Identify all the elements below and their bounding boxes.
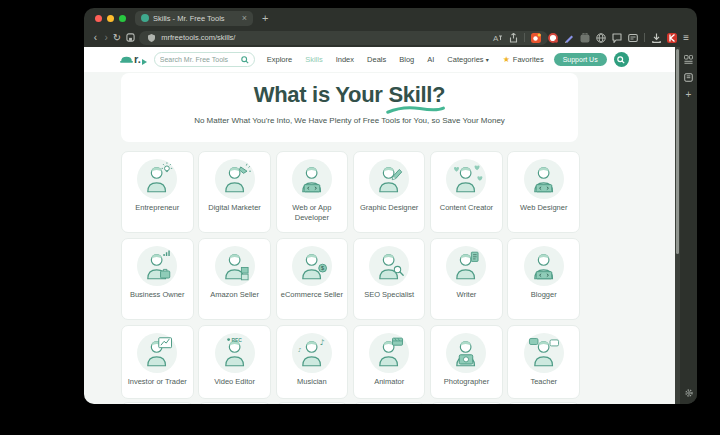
skill-card-partial[interactable] xyxy=(198,402,271,404)
skill-card-partial[interactable] xyxy=(121,402,194,404)
skill-card-label: Web Designer xyxy=(517,203,570,213)
skill-card-animator[interactable]: Animator xyxy=(353,325,426,399)
skill-card-investor-or-trader[interactable]: Investor or Trader xyxy=(121,325,194,399)
svg-text:A: A xyxy=(493,34,499,43)
tab-groups-icon[interactable] xyxy=(684,54,694,64)
red-k-extension-icon[interactable] xyxy=(667,33,677,43)
skill-card-label: Web or App Developer xyxy=(277,203,348,223)
pinned-extensions xyxy=(548,33,638,43)
entrepreneur-icon xyxy=(137,159,177,199)
web-or-app-developer-icon xyxy=(292,159,332,199)
skill-card-business-owner[interactable]: Business Owner xyxy=(121,238,194,320)
skill-card-label: Musician xyxy=(294,377,330,387)
extension-pen-icon[interactable] xyxy=(564,33,574,43)
navbar-search-button[interactable] xyxy=(614,52,629,67)
seo-specialist-icon xyxy=(369,246,409,286)
bookmark-icon[interactable] xyxy=(125,33,135,43)
skill-card-graphic-designer[interactable]: Graphic Designer xyxy=(353,151,426,233)
nav-link-blog[interactable]: Blog xyxy=(399,55,414,64)
teacher-icon xyxy=(524,333,564,373)
reload-icon[interactable]: ↻ xyxy=(112,32,123,43)
support-us-button[interactable]: Support Us xyxy=(554,53,607,66)
skill-card-seo-specialist[interactable]: SEO Specialist xyxy=(353,238,426,320)
zoom-window-button[interactable] xyxy=(119,15,126,22)
skill-card-label: Blogger xyxy=(528,290,560,300)
skill-card-video-editor[interactable]: RECVideo Editor xyxy=(198,325,271,399)
search-input[interactable] xyxy=(160,56,241,63)
skill-card-entrepreneur[interactable]: Entrepreneur xyxy=(121,151,194,233)
skill-card-ecommerce-seller[interactable]: $eCommerce Seller xyxy=(276,238,349,320)
extension-main-icon[interactable] xyxy=(531,33,541,43)
underline-swoosh-icon xyxy=(386,105,445,114)
video-editor-icon: REC xyxy=(215,333,255,373)
content-creator-icon xyxy=(446,159,486,199)
extension-dark-square-icon[interactable] xyxy=(580,33,590,43)
new-tab-button[interactable]: + xyxy=(262,12,268,24)
chevron-down-icon: ▾ xyxy=(486,57,489,63)
nav-link-deals[interactable]: Deals xyxy=(367,55,386,64)
site-logo[interactable]: r. xyxy=(120,54,147,65)
download-icon[interactable] xyxy=(651,33,661,43)
nav-links: ExploreSkillsIndexDealsBlogAICategories▾ xyxy=(267,55,489,64)
extension-card-icon[interactable] xyxy=(628,33,638,43)
skill-card-content-creator[interactable]: Content Creator xyxy=(430,151,503,233)
skill-card-writer[interactable]: Writer xyxy=(430,238,503,320)
skill-card-web-designer[interactable]: Web Designer xyxy=(507,151,580,233)
skill-card-partial[interactable] xyxy=(430,402,503,404)
nav-link-skills[interactable]: Skills xyxy=(305,55,323,64)
skill-card-amazon-seller[interactable]: Amazon Seller xyxy=(198,238,271,320)
site-navbar: r. ExploreSkillsIndexDealsBlogAICategori… xyxy=(84,47,675,72)
search-icon xyxy=(617,56,625,64)
window-controls xyxy=(95,15,126,22)
tab-title: Skills - Mr. Free Tools xyxy=(153,14,238,23)
site-search-field[interactable] xyxy=(154,52,255,67)
skill-card-musician[interactable]: ♪♪Musician xyxy=(276,325,349,399)
graphic-designer-icon xyxy=(369,159,409,199)
skill-card-label: Content Creator xyxy=(437,203,496,213)
close-window-button[interactable] xyxy=(95,15,102,22)
skill-card-partial[interactable] xyxy=(507,402,580,404)
nav-link-explore[interactable]: Explore xyxy=(267,55,292,64)
translate-icon[interactable]: A xyxy=(492,33,502,43)
star-icon: ★ xyxy=(503,55,510,64)
skill-card-label: Amazon Seller xyxy=(207,290,262,300)
digital-marketer-icon xyxy=(215,159,255,199)
tab-bar: Skills - Mr. Free Tools × + xyxy=(84,8,697,28)
skills-grid-next-row xyxy=(121,402,580,404)
writer-icon xyxy=(446,246,486,286)
skill-card-label: Video Editor xyxy=(211,377,258,387)
settings-gear-icon[interactable] xyxy=(680,388,697,398)
nav-link-categories[interactable]: Categories▾ xyxy=(447,55,488,64)
site-favicon-icon xyxy=(141,14,149,22)
panel-icon[interactable] xyxy=(684,72,694,82)
share-icon[interactable] xyxy=(508,33,518,43)
skill-card-partial[interactable] xyxy=(276,402,349,404)
animator-icon xyxy=(369,333,409,373)
skill-card-web-or-app-developer[interactable]: Web or App Developer xyxy=(276,151,349,233)
nav-link-ai[interactable]: AI xyxy=(427,55,434,64)
menu-icon[interactable]: ≡ xyxy=(683,32,689,43)
skill-card-label: Photographer xyxy=(441,377,492,387)
favorites-button[interactable]: ★ Favorites xyxy=(503,55,544,64)
scrollbar-thumb[interactable] xyxy=(676,49,679,254)
skill-card-teacher[interactable]: Teacher xyxy=(507,325,580,399)
extension-red-circle-icon[interactable] xyxy=(548,33,558,43)
skill-card-photographer[interactable]: Photographer xyxy=(430,325,503,399)
add-tab-icon[interactable]: + xyxy=(686,90,692,100)
skill-card-blogger[interactable]: Blogger xyxy=(507,238,580,320)
skill-card-digital-marketer[interactable]: Digital Marketer xyxy=(198,151,271,233)
url-bar[interactable]: mrfreetools.com/skills/ A xyxy=(139,31,548,45)
minimize-window-button[interactable] xyxy=(107,15,114,22)
shield-icon[interactable] xyxy=(146,33,156,43)
ecommerce-seller-icon: $ xyxy=(292,246,332,286)
extension-globe-icon[interactable] xyxy=(596,33,606,43)
tab-close-icon[interactable]: × xyxy=(242,14,247,23)
skill-card-label: SEO Specialist xyxy=(361,290,417,300)
tab-skills[interactable]: Skills - Mr. Free Tools × xyxy=(135,11,253,26)
web-designer-icon xyxy=(524,159,564,199)
skill-card-partial[interactable] xyxy=(353,402,426,404)
nav-link-index[interactable]: Index xyxy=(336,55,354,64)
forward-icon[interactable]: › xyxy=(101,32,112,43)
extension-chat-icon[interactable] xyxy=(612,33,622,43)
back-icon[interactable]: ‹ xyxy=(90,32,101,43)
